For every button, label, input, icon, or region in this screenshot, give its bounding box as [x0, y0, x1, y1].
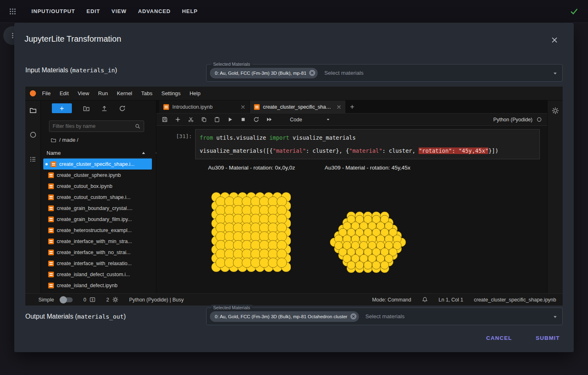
- file-browser-panel: / made / Name create_cluster_specific_sh…: [41, 100, 156, 293]
- breadcrumb-path: / made /: [59, 137, 78, 143]
- menu-edit[interactable]: EDIT: [86, 6, 101, 17]
- name-column-header[interactable]: Name: [47, 148, 152, 158]
- file-list-item[interactable]: create_interface_with_relaxatio...: [41, 258, 156, 269]
- notebook-content: [31]: from utils.visualize import visual…: [156, 126, 547, 293]
- kernel-status-icon: [537, 117, 542, 122]
- running-sessions-icon[interactable]: [29, 131, 37, 138]
- chevron-down-icon[interactable]: [552, 70, 558, 76]
- output-caption-right: Au309 - Material - rotation: 45y,45x: [310, 165, 425, 171]
- gear-icon[interactable]: [112, 297, 118, 303]
- jupyterlab-window: File Edit View Run Kernel Tabs Settings …: [25, 87, 563, 306]
- jl-menu-help[interactable]: Help: [185, 90, 205, 96]
- file-list-item[interactable]: create_interface_with_min_stra...: [41, 236, 156, 247]
- chip-remove-icon[interactable]: [309, 69, 316, 76]
- tab-create-cluster[interactable]: create_cluster_specific_shape.ipynb: [250, 100, 346, 113]
- menu-view[interactable]: VIEW: [111, 6, 127, 17]
- input-materials-label: Input Materials (materials_in): [25, 67, 117, 74]
- new-tab-icon[interactable]: [346, 100, 358, 113]
- notebook-file-icon: [48, 272, 54, 277]
- jl-menu-file[interactable]: File: [38, 90, 55, 96]
- material-chip[interactable]: 0: Au, Gold, FCC (Fm-3m) 3D (Bulk), mp-8…: [210, 311, 359, 322]
- jl-menu-edit[interactable]: Edit: [55, 90, 73, 96]
- file-list-item[interactable]: create_heterostructure_exampl...: [41, 225, 156, 236]
- terminals-count: 0: [83, 297, 86, 303]
- output-label-prefix: Output Materials (: [25, 313, 77, 320]
- cell-execution-prompt: [31]:: [176, 133, 192, 139]
- file-list-item[interactable]: create_cutout_custom_shape.i...: [41, 192, 156, 203]
- cancel-button[interactable]: CANCEL: [484, 332, 514, 344]
- output-materials-select[interactable]: Selected Materials 0: Au, Gold, FCC (Fm-…: [206, 308, 563, 325]
- kernels-count: 2: [106, 297, 109, 303]
- jl-menu-view[interactable]: View: [73, 90, 94, 96]
- check-icon: [570, 7, 578, 16]
- jl-menu-run[interactable]: Run: [94, 90, 112, 96]
- submit-button[interactable]: SUBMIT: [533, 332, 562, 344]
- material-chip-label: 0: Au, Gold, FCC (Fm-3m) 3D (Bulk), mp-8…: [215, 71, 306, 76]
- file-list-item[interactable]: create_interface_with_no_strai...: [41, 247, 156, 258]
- close-icon[interactable]: [551, 36, 558, 44]
- table-of-contents-icon[interactable]: [29, 156, 37, 163]
- gear-icon[interactable]: [552, 107, 559, 293]
- file-browser-tab-icon[interactable]: [29, 107, 37, 114]
- menu-advanced[interactable]: ADVANCED: [137, 6, 172, 17]
- file-filter-input[interactable]: [49, 123, 135, 129]
- input-materials-select[interactable]: Selected Materials 0: Au, Gold, FCC (Fm-…: [206, 64, 563, 82]
- chevron-down-icon[interactable]: [325, 117, 331, 122]
- notebook-file-icon: [51, 161, 56, 167]
- cut-icon[interactable]: [188, 116, 194, 123]
- jl-menu-kernel[interactable]: Kernel: [112, 90, 137, 96]
- notebook-file-icon: [48, 239, 54, 244]
- refresh-icon[interactable]: [119, 105, 126, 112]
- cell-type-select[interactable]: Code: [290, 117, 302, 123]
- notebook-file-icon: [48, 183, 54, 189]
- chevron-down-icon[interactable]: [552, 314, 558, 320]
- cursor-position[interactable]: Ln 1, Col 1: [439, 297, 463, 303]
- terminal-icon[interactable]: [89, 297, 96, 303]
- stop-icon[interactable]: [240, 116, 246, 123]
- material-chip[interactable]: 0: Au, Gold, FCC (Fm-3m) 3D (Bulk), mp-8…: [210, 68, 318, 78]
- run-all-icon[interactable]: [266, 116, 272, 123]
- jl-menu-tabs[interactable]: Tabs: [137, 90, 157, 96]
- notebook-file-icon: [48, 172, 54, 178]
- file-list-item[interactable]: create_cutout_box.ipynb: [41, 181, 156, 192]
- insert-cell-icon[interactable]: [175, 116, 181, 123]
- new-launcher-button[interactable]: [52, 103, 72, 113]
- menu-input-output[interactable]: INPUT/OUTPUT: [31, 6, 76, 17]
- select-label: Selected Materials: [211, 61, 252, 67]
- simple-mode-toggle[interactable]: [60, 297, 73, 302]
- file-list-item-selected[interactable]: create_cluster_specific_shape.i...: [43, 158, 152, 170]
- upload-icon[interactable]: [101, 105, 108, 112]
- file-list-item[interactable]: create_island_defect_custom.i...: [41, 269, 156, 280]
- tab-close-icon[interactable]: [241, 105, 245, 109]
- tab-introduction[interactable]: Introduction.ipynb: [159, 100, 250, 113]
- file-list-item[interactable]: create_grain_boundary_crystal....: [41, 203, 156, 214]
- save-icon[interactable]: [162, 116, 168, 123]
- material-chip-label: 0: Au, Gold, FCC (Fm-3m) 3D (Bulk), mp-8…: [215, 314, 347, 319]
- folder-icon: [51, 137, 56, 143]
- page: INPUT/OUTPUT EDIT VIEW ADVANCED HELP Jup…: [0, 0, 588, 375]
- notebook-main-area: Introduction.ipynb create_cluster_specif…: [156, 100, 547, 293]
- file-list-item[interactable]: create_cluster_sphere.ipynb: [41, 170, 156, 181]
- output-materials-label: Output Materials (materials_out): [25, 313, 126, 320]
- paste-icon[interactable]: [214, 116, 220, 123]
- file-browser-toolbar: [41, 100, 156, 116]
- bell-icon[interactable]: [422, 297, 428, 303]
- jl-menu-settings[interactable]: Settings: [157, 90, 185, 96]
- document-tabbar: Introduction.ipynb create_cluster_specif…: [156, 100, 547, 114]
- code-cell-editor[interactable]: from utils.visualize import visualize_ma…: [195, 129, 540, 159]
- menu-help[interactable]: HELP: [181, 6, 198, 17]
- file-list-item[interactable]: create_island_defect.ipynb: [41, 280, 156, 291]
- kernel-switcher[interactable]: Python (Pyodide): [493, 117, 542, 123]
- input-label-code: materials_in: [72, 67, 115, 74]
- breadcrumb[interactable]: / made /: [51, 137, 78, 143]
- tab-close-icon[interactable]: [336, 105, 341, 109]
- chip-remove-icon[interactable]: [350, 313, 357, 320]
- app-logo-icon[interactable]: [9, 8, 16, 15]
- input-label-prefix: Input Materials (: [25, 67, 72, 74]
- run-icon[interactable]: [227, 116, 233, 123]
- restart-kernel-icon[interactable]: [253, 116, 259, 123]
- file-list-item[interactable]: create_grain_boundary_film.ipy...: [41, 214, 156, 225]
- jupyterlite-dialog: JupyterLite Transformation Input Materia…: [14, 23, 574, 352]
- new-folder-icon[interactable]: [83, 105, 90, 112]
- copy-icon[interactable]: [201, 116, 207, 123]
